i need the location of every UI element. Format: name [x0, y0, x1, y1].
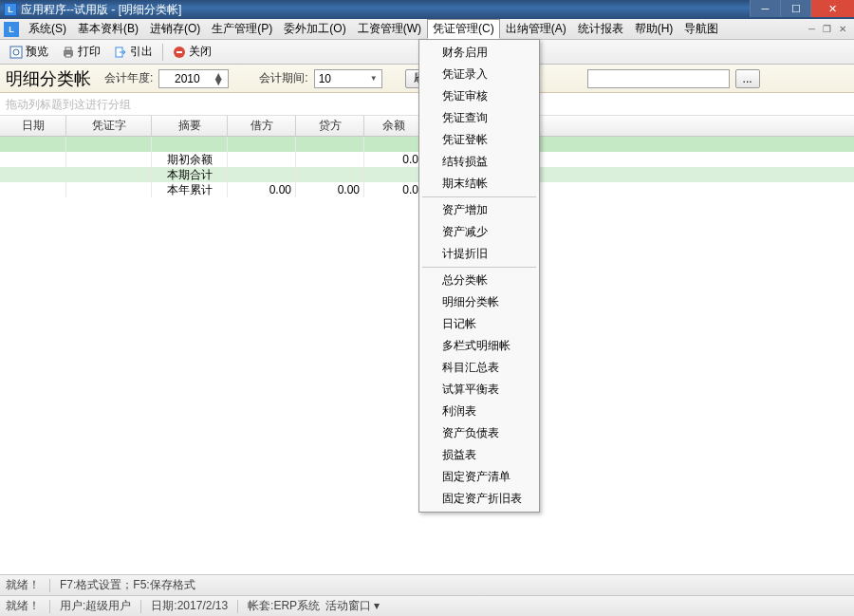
menu-basic[interactable]: 基本资料(B)	[72, 19, 144, 39]
dropdown-item[interactable]: 期末结帐	[421, 173, 537, 195]
dropdown-item[interactable]: 试算平衡表	[421, 379, 537, 401]
close-doc-button[interactable]: 关闭	[167, 42, 217, 62]
dropdown-item[interactable]: 资产负债表	[421, 422, 537, 444]
print-button[interactable]: 打印	[56, 42, 106, 62]
menu-wage[interactable]: 工资管理(W)	[352, 19, 427, 39]
close-icon	[173, 46, 186, 59]
ellipsis-label: ...	[743, 72, 752, 85]
status-separator	[49, 600, 50, 613]
period-value: 10	[319, 72, 368, 85]
status-window-menu[interactable]: 活动窗口 ▾	[325, 598, 380, 614]
dropdown-item[interactable]: 结转损益	[421, 151, 537, 173]
status-ready2: 就绪！	[6, 598, 40, 614]
menu-bar: L 系统(S) 基本资料(B) 进销存(O) 生产管理(P) 委外加工(O) 工…	[0, 19, 854, 40]
preview-icon	[9, 46, 23, 59]
col-debit[interactable]: 借方	[228, 116, 296, 136]
menu-production[interactable]: 生产管理(P)	[206, 19, 278, 39]
dropdown-item[interactable]: 固定资产折旧表	[421, 488, 537, 510]
menu-nav[interactable]: 导航图	[678, 19, 724, 39]
page-title: 明细分类帐	[6, 67, 99, 90]
close-button[interactable]: ✕	[810, 0, 854, 17]
preview-button[interactable]: 预览	[4, 42, 54, 62]
print-label: 打印	[78, 44, 101, 60]
mdi-controls: ─ ❐ ✕	[808, 24, 852, 34]
dropdown-item[interactable]: 凭证登帐	[421, 129, 537, 151]
svg-rect-0	[10, 47, 22, 58]
svg-rect-4	[65, 54, 71, 57]
menubar-app-icon: L	[4, 22, 19, 37]
status-bars: 就绪！ F7:格式设置；F5:保存格式 就绪！ 用户:超级用户 日期:2017/…	[0, 574, 854, 616]
dropdown-item[interactable]: 日记帐	[421, 313, 537, 335]
period-label: 会计期间:	[259, 70, 307, 86]
year-label: 会计年度:	[104, 70, 153, 86]
toolbar-separator	[162, 44, 163, 61]
menu-help[interactable]: 帮助(H)	[629, 19, 679, 39]
mdi-restore-button[interactable]: ❐	[823, 24, 831, 34]
mdi-close-button[interactable]: ✕	[839, 24, 846, 34]
chevron-down-icon[interactable]: ▼	[370, 74, 378, 83]
dropdown-item[interactable]: 多栏式明细帐	[421, 335, 537, 357]
status-separator	[237, 600, 238, 613]
export-label: 引出	[130, 44, 153, 60]
window-title: 应用程序--试用版 - [明细分类帐]	[21, 2, 181, 18]
col-credit[interactable]: 贷方	[296, 116, 364, 136]
dropdown-item[interactable]: 固定资产清单	[421, 466, 537, 488]
status-user: 用户:超级用户	[60, 598, 131, 614]
menu-cash[interactable]: 出纳管理(A)	[500, 19, 572, 39]
dropdown-item[interactable]: 利润表	[421, 401, 537, 422]
print-icon	[62, 46, 75, 59]
preview-label: 预览	[26, 44, 48, 60]
status-separator	[49, 579, 50, 592]
export-icon	[114, 46, 127, 59]
filter-input[interactable]	[587, 69, 730, 88]
dropdown-item[interactable]: 凭证录入	[421, 64, 537, 85]
status-account: 帐套:ERP系统	[248, 598, 320, 614]
period-combo[interactable]: 10 ▼	[314, 69, 382, 88]
col-summary[interactable]: 摘要	[152, 116, 228, 136]
close-label: 关闭	[189, 44, 212, 60]
menu-stats[interactable]: 统计报表	[572, 19, 629, 39]
dropdown-item[interactable]: 科目汇总表	[421, 357, 537, 379]
menu-outsource[interactable]: 委外加工(O)	[278, 19, 351, 39]
status-row-lower: 就绪！ 用户:超级用户 日期:2017/2/13 帐套:ERP系统 活动窗口 ▾	[0, 595, 854, 616]
menu-system[interactable]: 系统(S)	[23, 19, 72, 39]
dropdown-item[interactable]: 资产增加	[421, 199, 537, 221]
voucher-dropdown: 财务启用凭证录入凭证审核凭证查询凭证登帐结转损益期末结帐资产增加资产减少计提折旧…	[418, 39, 540, 513]
dropdown-item[interactable]: 凭证审核	[421, 85, 537, 107]
menu-inventory[interactable]: 进销存(O)	[144, 19, 206, 39]
status-hint: F7:格式设置；F5:保存格式	[60, 577, 195, 593]
status-ready: 就绪！	[6, 577, 40, 593]
dropdown-item[interactable]: 总分类帐	[421, 270, 537, 291]
dropdown-separator	[422, 196, 536, 197]
col-voucher[interactable]: 凭证字	[66, 116, 152, 136]
spinner-arrows-icon[interactable]: ▲▼	[213, 73, 224, 84]
col-date[interactable]: 日期	[0, 116, 66, 136]
status-row-upper: 就绪！ F7:格式设置；F5:保存格式	[0, 574, 854, 595]
dropdown-item[interactable]: 明细分类帐	[421, 291, 537, 313]
menu-voucher[interactable]: 凭证管理(C)	[427, 19, 500, 39]
window-titlebar: L 应用程序--试用版 - [明细分类帐] ─ ☐ ✕	[0, 0, 854, 19]
dropdown-item[interactable]: 损益表	[421, 444, 537, 466]
dropdown-item[interactable]: 资产减少	[421, 221, 537, 243]
maximize-button[interactable]: ☐	[780, 0, 810, 17]
svg-rect-3	[65, 47, 71, 50]
dropdown-item[interactable]: 凭证查询	[421, 107, 537, 129]
app-icon: L	[4, 3, 17, 16]
browse-button[interactable]: ...	[735, 69, 760, 88]
status-date: 日期:2017/2/13	[151, 598, 228, 614]
year-value: 2010	[163, 72, 211, 85]
status-separator	[140, 600, 141, 613]
window-controls: ─ ☐ ✕	[750, 0, 854, 17]
col-balance[interactable]: 余额	[364, 116, 423, 136]
dropdown-separator	[422, 267, 536, 268]
mdi-minimize-button[interactable]: ─	[808, 24, 815, 34]
minimize-button[interactable]: ─	[750, 0, 780, 17]
dropdown-item[interactable]: 计提折旧	[421, 243, 537, 265]
export-button[interactable]: 引出	[108, 42, 158, 62]
year-spinner[interactable]: 2010 ▲▼	[158, 69, 229, 88]
dropdown-item[interactable]: 财务启用	[421, 42, 537, 64]
